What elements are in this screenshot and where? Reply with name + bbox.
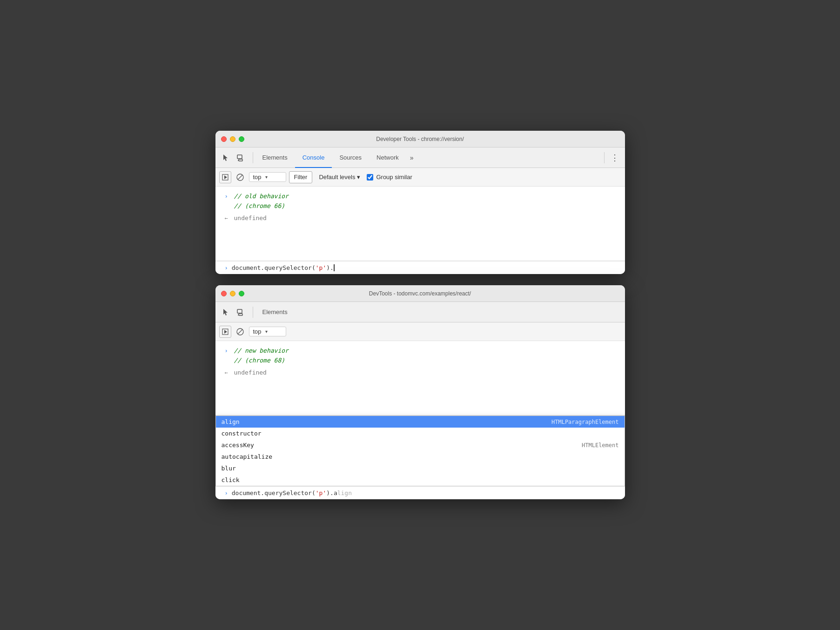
clear-button-2[interactable] <box>234 326 246 338</box>
window-title-1: Developer Tools - chrome://version/ <box>376 136 464 142</box>
toolbar-icons-2 <box>219 306 247 319</box>
title-bar-2: DevTools - todomvc.com/examples/react/ <box>215 285 625 302</box>
svg-rect-7 <box>237 309 242 313</box>
entry-text-3b: // (chrome 68) <box>234 356 289 366</box>
autocomplete-item-autocapitalize[interactable]: autocapitalize <box>216 451 625 462</box>
tab-sources[interactable]: Sources <box>332 147 369 168</box>
close-button-2[interactable] <box>221 291 227 296</box>
title-bar-1: Developer Tools - chrome://version/ <box>215 131 625 147</box>
tab-elements-2[interactable]: Elements <box>255 302 295 322</box>
ac-type-accesskey: HTMLElement <box>582 442 618 449</box>
cursor-icon-2[interactable] <box>219 306 232 319</box>
devtools-window-2: DevTools - todomvc.com/examples/react/ E… <box>215 285 625 499</box>
tab-divider <box>253 152 253 163</box>
autocomplete-item-blur[interactable]: blur <box>216 462 625 474</box>
maximize-button-2[interactable] <box>239 291 244 296</box>
ac-label-constructor: constructor <box>222 430 262 437</box>
group-similar-checkbox[interactable] <box>367 174 373 181</box>
entry-text-1a: // old behavior <box>234 192 289 201</box>
tab-network[interactable]: Network <box>369 147 406 168</box>
svg-rect-0 <box>237 155 242 159</box>
tab-elements[interactable]: Elements <box>255 147 295 168</box>
vertical-rule <box>604 152 605 163</box>
clear-button[interactable] <box>234 171 246 183</box>
tab-divider-2 <box>253 307 253 318</box>
traffic-lights-2 <box>221 291 244 296</box>
tab-bar-end: ⋮ <box>602 151 621 164</box>
svg-rect-1 <box>239 159 242 161</box>
prompt-arrow-2: › <box>225 490 228 496</box>
entry-undefined-1: undefined <box>234 214 267 223</box>
entry-undefined-2: undefined <box>234 368 267 378</box>
console-input-2[interactable]: › document.querySelector('p').align <box>215 486 625 499</box>
cursor-icon[interactable] <box>219 151 232 164</box>
console-entry-3: › // new behavior // (chrome 68) <box>215 345 625 367</box>
console-entry-4: ← undefined <box>215 367 625 379</box>
ac-label-autocapitalize: autocapitalize <box>222 453 273 460</box>
tab-bar-2: Elements <box>215 302 625 322</box>
console-output-2: › // new behavior // (chrome 68) ← undef… <box>215 341 625 416</box>
prompt-arrow-1: › <box>225 265 228 271</box>
svg-marker-11 <box>224 330 227 334</box>
context-dropdown-arrow-2: ▾ <box>265 329 268 334</box>
input-arrow-1: › <box>225 192 230 201</box>
context-dropdown-arrow: ▾ <box>265 174 268 180</box>
input-text-before: document.querySelector('p'). <box>232 264 334 271</box>
context-selector-2[interactable]: top ▾ <box>249 327 286 336</box>
svg-marker-4 <box>224 175 227 179</box>
ac-label-accesskey: accessKey <box>222 442 254 449</box>
toolbar-icons <box>219 151 247 164</box>
minimize-button[interactable] <box>230 136 235 142</box>
console-input-1[interactable]: › document.querySelector('p'). <box>215 261 625 274</box>
autocomplete-item-align[interactable]: align HTMLParagraphElement <box>216 416 625 428</box>
device-icon[interactable] <box>234 151 247 164</box>
console-toolbar-1: top ▾ Filter Default levels ▾ Group simi… <box>215 168 625 187</box>
autocomplete-item-accesskey[interactable]: accessKey HTMLElement <box>216 439 625 451</box>
console-output-1: › // old behavior // (chrome 66) ← undef… <box>215 187 625 261</box>
minimize-button-2[interactable] <box>230 291 235 296</box>
filter-button[interactable]: Filter <box>289 171 313 183</box>
context-value: top <box>253 174 262 181</box>
ac-label-click: click <box>222 476 240 483</box>
tab-console[interactable]: Console <box>295 147 332 168</box>
autocomplete-dropdown: align HTMLParagraphElement constructor a… <box>215 416 625 486</box>
ac-label-align: align <box>222 418 240 425</box>
tabs-container-2: Elements <box>255 302 621 322</box>
input-content-1: document.querySelector('p'). <box>232 264 335 271</box>
levels-button[interactable]: Default levels ▾ <box>315 173 364 181</box>
device-icon-2[interactable] <box>234 306 247 319</box>
input-content-2: document.querySelector('p').align <box>232 489 352 496</box>
cursor-char: a <box>334 489 337 496</box>
entry-text-3a: // new behavior <box>234 346 289 356</box>
svg-rect-8 <box>239 314 242 315</box>
svg-line-13 <box>238 329 242 334</box>
group-similar-label: Group similar <box>376 174 412 181</box>
tab-bar-1: Elements Console Sources Network » ⋮ <box>215 147 625 168</box>
maximize-button[interactable] <box>239 136 244 142</box>
tabs-container-1: Elements Console Sources Network » <box>255 147 602 168</box>
ac-type-align: HTMLParagraphElement <box>551 419 619 425</box>
devtools-menu-icon[interactable]: ⋮ <box>608 151 621 164</box>
autocomplete-item-constructor[interactable]: constructor <box>216 428 625 439</box>
devtools-window-1: Developer Tools - chrome://version/ Elem… <box>215 131 625 274</box>
input-text-before-2: document.querySelector('p'). <box>232 489 334 496</box>
close-button[interactable] <box>221 136 227 142</box>
group-similar-wrapper: Group similar <box>367 174 412 181</box>
output-arrow-1: ← <box>225 214 230 223</box>
context-selector-1[interactable]: top ▾ <box>249 172 286 182</box>
more-tabs-icon[interactable]: » <box>406 154 417 161</box>
entry-text-1b: // (chrome 66) <box>234 201 289 211</box>
input-arrow-3: › <box>225 346 230 355</box>
execute-button-2[interactable] <box>219 326 231 338</box>
output-arrow-2: ← <box>225 368 230 377</box>
context-value-2: top <box>253 328 262 335</box>
window-title-2: DevTools - todomvc.com/examples/react/ <box>369 290 471 297</box>
traffic-lights-1 <box>221 136 244 142</box>
console-entry-2: ← undefined <box>215 212 625 224</box>
autocomplete-item-click[interactable]: click <box>216 474 625 486</box>
svg-line-6 <box>238 175 242 180</box>
autocomplete-ghost-text: lign <box>337 489 352 496</box>
execute-button[interactable] <box>219 171 231 183</box>
levels-arrow: ▾ <box>357 174 360 181</box>
console-entry-1: › // old behavior // (chrome 66) <box>215 190 625 212</box>
